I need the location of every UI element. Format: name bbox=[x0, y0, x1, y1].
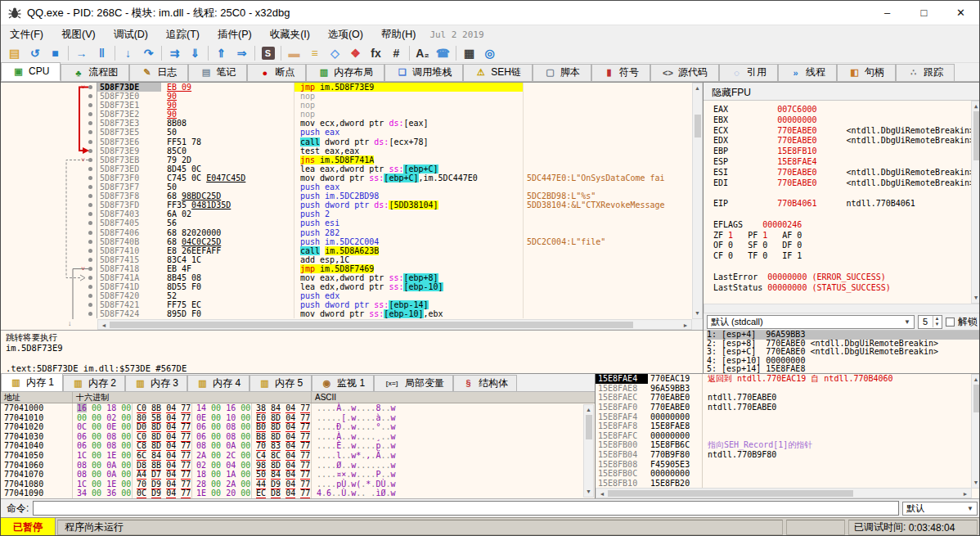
step-out-button[interactable]: ⇓ bbox=[185, 44, 205, 62]
tab-脚本[interactable]: ▢脚本 bbox=[533, 64, 591, 81]
tab-监视 1[interactable]: ◉监视 1 bbox=[312, 375, 374, 391]
favourites-button[interactable]: ☎ bbox=[433, 44, 453, 62]
stack-row[interactable]: 15E8FAF815E8FAE8 bbox=[596, 421, 980, 431]
run-trace-button[interactable]: ⇉ bbox=[164, 44, 185, 62]
stack-row[interactable]: 15E8FB1015E8FB20 bbox=[596, 479, 980, 489]
menu-item[interactable]: 收藏夹(I) bbox=[261, 25, 319, 44]
register-line[interactable]: LastStatus 00000000 (STATUS_SUCCESS) bbox=[713, 283, 980, 294]
tab-内存 4[interactable]: ▥内存 4 bbox=[187, 375, 249, 391]
register-line[interactable]: ESI 770EABE0 <ntdll.DbgUiRemoteBreakin> bbox=[713, 168, 980, 178]
hash-button[interactable]: # bbox=[386, 44, 407, 62]
breakpoint-dot-icon[interactable] bbox=[88, 112, 92, 116]
register-line[interactable]: EBP 15E8FB10 bbox=[713, 146, 980, 157]
tab-内存 3[interactable]: ▥内存 3 bbox=[125, 375, 187, 391]
breakpoint-dot-icon[interactable] bbox=[88, 231, 92, 235]
breakpoint-dot-icon[interactable] bbox=[88, 121, 92, 125]
registers-vertical-scrollbar[interactable]: ▲▼ bbox=[971, 101, 980, 304]
tab-源代码[interactable]: <>源代码 bbox=[650, 64, 719, 81]
disasm-row[interactable]: 5D8F742052push edx bbox=[1, 291, 703, 300]
register-line[interactable] bbox=[713, 293, 980, 304]
menu-item[interactable]: 视图(V) bbox=[52, 25, 105, 44]
tab-断点[interactable]: ●断点 bbox=[247, 64, 306, 81]
breakpoint-dot-icon[interactable] bbox=[88, 276, 92, 280]
tab-流程图[interactable]: ♣流程图 bbox=[61, 64, 129, 81]
breakpoint-dot-icon[interactable] bbox=[88, 267, 92, 271]
call-arguments-list[interactable]: 1: [esp+4] 96A59BB32: [esp+8] 770EABE0 <… bbox=[704, 331, 980, 374]
breakpoint-dot-icon[interactable] bbox=[88, 149, 92, 153]
close-button[interactable]: ✕ bbox=[942, 1, 979, 25]
dump-row[interactable]: 7704100016 00 18 00C0 8B 04 7714 00 16 0… bbox=[1, 403, 595, 413]
call-argument-row[interactable]: 1: [esp+4] 96A59BB3 bbox=[707, 331, 980, 340]
disassembly-horizontal-scrollbar[interactable]: ◄ ► bbox=[97, 319, 692, 330]
stack-row[interactable]: 15E8FAF0770EABE0ntdll.770EABE0 bbox=[596, 403, 980, 412]
tab-内存 1[interactable]: ▥内存 1 bbox=[1, 373, 63, 391]
dump-row[interactable]: 770410501C 00 1E 006C 84 04 772A 00 2C 0… bbox=[1, 451, 595, 461]
breakpoint-dot-icon[interactable] bbox=[88, 212, 92, 216]
stack-row[interactable]: 15E8FAFC00000000 bbox=[596, 431, 980, 441]
register-line[interactable] bbox=[713, 262, 980, 273]
tab-句柄[interactable]: ◧句柄 bbox=[837, 64, 896, 81]
breakpoint-dot-icon[interactable] bbox=[88, 167, 92, 171]
breakpoint-dot-icon[interactable] bbox=[88, 194, 92, 198]
disasm-row[interactable]: 5D8F73E290nop bbox=[1, 110, 703, 119]
dump-row[interactable]: 7704104006 00 08 00C8 8D 04 7708 00 0A 0… bbox=[1, 441, 595, 451]
disasm-row[interactable]: 5D8F73E38B08mov ecx,dword ptr ds:[eax] bbox=[1, 119, 703, 128]
tab-符号[interactable]: ▮符号 bbox=[591, 64, 650, 81]
register-line[interactable]: EDX 770EABE0 <ntdll.DbgUiRemoteBreakin> bbox=[713, 136, 980, 146]
tab-局部变量[interactable]: [x=]局部变量 bbox=[374, 375, 453, 391]
dump-row[interactable]: 7704101000 00 02 0080 5B 04 770E 00 10 0… bbox=[1, 413, 595, 423]
command-scope-select[interactable]: 默认 ▼ bbox=[902, 502, 978, 516]
register-line[interactable]: ESP 15E8FAE4 bbox=[713, 157, 980, 168]
register-line[interactable] bbox=[713, 188, 980, 199]
disasm-row[interactable]: 5D8F73E190nop bbox=[1, 101, 703, 110]
stack-row[interactable]: 15E8FAE896A59BB3 bbox=[596, 384, 980, 394]
stack-row[interactable]: 15E8FAEC770EABE0ntdll.770EABE0 bbox=[596, 393, 980, 403]
disasm-row[interactable]: 5D8F7424895D F0mov dword ptr ss:[ebp-10]… bbox=[1, 309, 703, 318]
maximize-button[interactable]: □ bbox=[906, 1, 942, 25]
register-line[interactable] bbox=[713, 209, 980, 220]
execute-till-return-button[interactable]: ⇑ bbox=[211, 44, 232, 62]
stack-row[interactable]: 15E8FB0015E8FB6C指向SEH_Record[1]的指针 bbox=[596, 440, 980, 450]
breakpoint-dot-icon[interactable] bbox=[88, 140, 92, 144]
run-button[interactable]: → bbox=[71, 44, 92, 62]
registers-horizontal-scrollbar[interactable] bbox=[704, 304, 980, 313]
disassembly-vertical-scrollbar[interactable]: ▲ ▼ bbox=[692, 83, 703, 319]
font-button[interactable]: A₂ bbox=[412, 44, 433, 62]
dump-row[interactable]: 7704103006 00 08 00C0 8D 04 7706 00 08 0… bbox=[1, 432, 595, 442]
minimize-button[interactable]: – bbox=[869, 1, 906, 25]
register-line[interactable]: EBX 00000000 bbox=[713, 115, 980, 126]
menu-item[interactable]: 插件(P) bbox=[209, 25, 261, 44]
dump-row[interactable]: 770410200C 00 0E 00D0 8D 04 7706 00 08 0… bbox=[1, 422, 595, 432]
menu-item[interactable]: 帮助(H) bbox=[372, 25, 425, 44]
restart-button[interactable]: ↺ bbox=[25, 44, 45, 62]
stack-horizontal-scrollbar[interactable]: ◄ ► bbox=[596, 488, 972, 498]
tab-引用[interactable]: ◌引用 bbox=[719, 64, 778, 81]
run-to-user-code-button[interactable]: ⇒ bbox=[232, 44, 252, 62]
tab-笔记[interactable]: ▤笔记 bbox=[188, 64, 247, 81]
stack-row[interactable]: 15E8FB04770B9F80ntdll.770B9F80 bbox=[596, 450, 980, 460]
register-line[interactable]: ECX 770EABE0 <ntdll.DbgUiRemoteBreakin> bbox=[713, 126, 980, 137]
disasm-row[interactable]: 5D8F73E985C0test eax,eax bbox=[1, 146, 703, 155]
register-line[interactable]: EFLAGS 00000246 bbox=[713, 220, 980, 231]
disasm-row[interactable]: 5D8F7421FF75 ECpush dword ptr ss:[ebp-14… bbox=[1, 300, 703, 309]
command-input[interactable] bbox=[33, 501, 899, 516]
stack-rows[interactable]: 15E8FAE4770EAC19返回到 ntdll.770EAC19 自 ntd… bbox=[596, 374, 980, 489]
tab-SEH链[interactable]: ⚠SEH链 bbox=[463, 64, 533, 81]
register-list[interactable]: EAX 007C6000EBX 00000000ECX 770EABE0 <nt… bbox=[704, 101, 980, 304]
disasm-row[interactable]: 5D8F741D8D55 F0lea edx,dword ptr ss:[ebp… bbox=[1, 282, 703, 291]
stack-vertical-scrollbar[interactable]: ▲ ▼ bbox=[971, 374, 980, 489]
step-into-button[interactable]: ↓ bbox=[118, 44, 138, 62]
patches-button[interactable]: S bbox=[258, 44, 278, 62]
stop-button[interactable]: ■ bbox=[45, 44, 65, 62]
breakpoint-dot-icon[interactable] bbox=[88, 294, 92, 298]
bookmark-button[interactable]: ❖ bbox=[345, 44, 366, 62]
pause-button[interactable]: ‖ bbox=[92, 44, 112, 62]
breakpoint-dot-icon[interactable] bbox=[88, 303, 92, 307]
calculator-button[interactable]: ▦ bbox=[459, 44, 479, 62]
open-file-button[interactable]: ▤ bbox=[4, 44, 25, 62]
breakpoint-dot-icon[interactable] bbox=[88, 158, 92, 162]
internet-button[interactable]: ◎ bbox=[479, 44, 500, 62]
argument-depth-spinner[interactable]: 5 ▲▼ bbox=[918, 315, 942, 329]
menu-item[interactable]: 调试(D) bbox=[105, 25, 157, 44]
breakpoint-dot-icon[interactable] bbox=[88, 176, 92, 180]
